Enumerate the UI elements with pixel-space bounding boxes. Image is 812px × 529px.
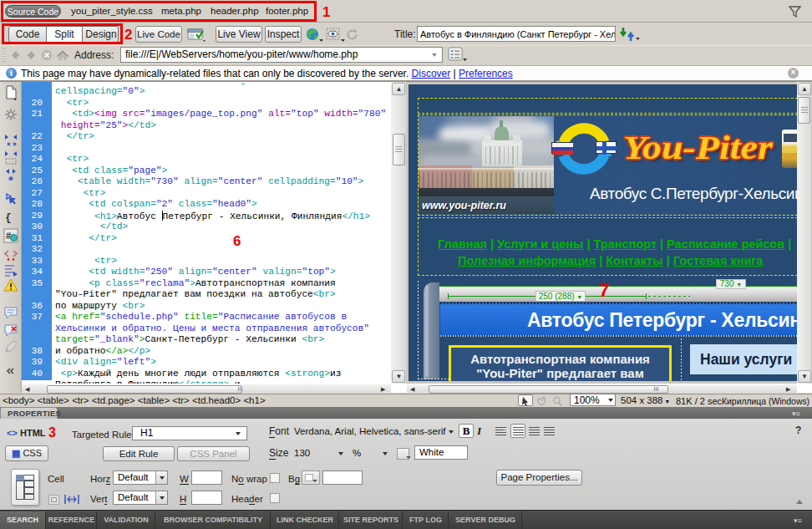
- svg-text:{ }: { }: [5, 211, 18, 224]
- svg-text:#: #: [6, 231, 11, 241]
